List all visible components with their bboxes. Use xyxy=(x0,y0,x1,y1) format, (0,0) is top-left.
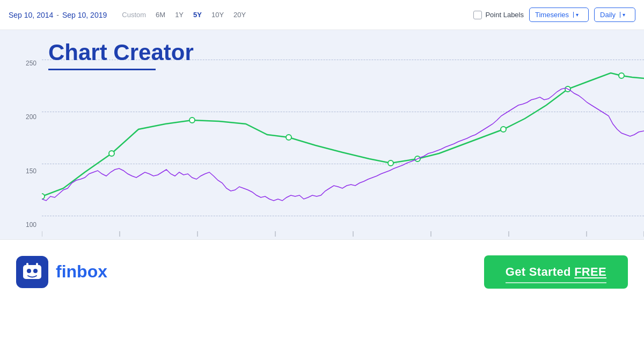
range-btn-10y[interactable]: 10Y xyxy=(207,9,228,20)
range-btn-custom[interactable]: Custom xyxy=(118,9,150,20)
date-start: Sep 10, 2014 xyxy=(9,11,53,19)
point-labels-checkbox[interactable] xyxy=(473,11,482,19)
range-btn-5y[interactable]: 5Y xyxy=(189,9,206,20)
cta-underline xyxy=(506,282,606,283)
svg-point-1 xyxy=(27,269,31,273)
robot-face-icon xyxy=(22,262,42,282)
green-dot-9 xyxy=(619,73,624,78)
y-label-200: 200 xyxy=(0,113,42,121)
y-label-100: 100 xyxy=(0,221,42,229)
date-end: Sep 10, 2019 xyxy=(62,11,107,19)
date-separator: - xyxy=(56,11,59,19)
cta-button[interactable]: Get Started FREE xyxy=(484,255,628,289)
green-dot-7 xyxy=(501,127,506,132)
point-labels-group: Point Labels xyxy=(473,11,524,19)
purple-line xyxy=(42,88,644,201)
point-labels-text: Point Labels xyxy=(485,11,524,19)
range-buttons: Custom 6M 1Y 5Y 10Y 20Y xyxy=(118,9,250,20)
green-dot-3 xyxy=(189,117,195,123)
svg-point-2 xyxy=(33,269,38,273)
green-dot-1 xyxy=(42,194,45,199)
bottom-banner: finbox Get Started FREE xyxy=(0,239,644,304)
range-btn-1y[interactable]: 1Y xyxy=(171,9,188,20)
green-dot-5 xyxy=(388,160,393,166)
range-btn-20y[interactable]: 20Y xyxy=(229,9,250,20)
chart-title-underline xyxy=(48,69,156,70)
toolbar: Sep 10, 2014 - Sep 10, 2019 Custom 6M 1Y… xyxy=(0,0,644,30)
svg-rect-4 xyxy=(36,263,38,266)
green-dot-4 xyxy=(286,135,291,140)
svg-rect-3 xyxy=(26,263,28,266)
timeseries-dropdown[interactable]: Timeseries ▾ xyxy=(529,8,589,22)
range-btn-6m[interactable]: 6M xyxy=(151,9,170,20)
cta-free-text: FREE xyxy=(574,265,606,278)
chart-container: Chart Creator 250 200 150 100 xyxy=(0,30,644,239)
daily-chevron-icon: ▾ xyxy=(620,12,630,18)
y-label-250: 250 xyxy=(0,60,42,67)
logo-area: finbox xyxy=(16,256,107,288)
daily-dropdown[interactable]: Daily ▾ xyxy=(594,8,635,22)
chart-title: Chart Creator xyxy=(48,40,194,65)
y-label-150: 150 xyxy=(0,167,42,175)
toolbar-right: Point Labels Timeseries ▾ Daily ▾ xyxy=(473,8,635,22)
green-dot-2 xyxy=(109,151,114,156)
finbox-logo-icon xyxy=(16,256,48,288)
green-line xyxy=(42,73,644,196)
y-axis-labels: 250 200 150 100 xyxy=(0,30,42,239)
cta-text: Get Started FREE xyxy=(506,265,606,278)
brand-name: finbox xyxy=(56,262,107,282)
timeseries-chevron-icon: ▾ xyxy=(573,12,583,18)
date-range: Sep 10, 2014 - Sep 10, 2019 xyxy=(9,11,107,19)
